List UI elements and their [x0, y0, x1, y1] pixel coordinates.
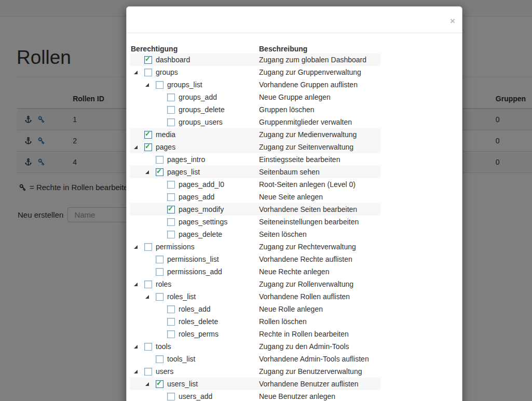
check-icon: ✓: [168, 205, 173, 212]
permission-description: Seiteneinstellungen bearbeiten: [259, 218, 380, 226]
tree-row-left: ✓pages_modify: [130, 205, 259, 213]
modal-header: ×: [127, 7, 462, 33]
tree-row: permissions_addNeue Rechte anlegen: [130, 265, 380, 278]
screen: Rollen Rollen ID Gruppen 102040 = Rechte…: [0, 0, 532, 401]
description-column-header: Beschreibung: [259, 45, 307, 54]
tree-row-left: permissions_list: [130, 255, 259, 263]
permission-description: Zugang zur Rechteverwaltung: [259, 243, 380, 251]
tree-row-left: users_add: [130, 392, 259, 400]
permission-label: pages_modify: [179, 205, 224, 213]
permission-label: pages_intro: [167, 155, 205, 164]
permission-checkbox[interactable]: ✓: [156, 168, 163, 176]
expand-collapse-icon[interactable]: [134, 345, 138, 349]
permission-checkbox[interactable]: [167, 330, 175, 338]
permission-checkbox[interactable]: [167, 305, 175, 313]
permission-label: pages_list: [167, 168, 200, 176]
permission-checkbox[interactable]: [156, 268, 163, 276]
permission-checkbox[interactable]: [167, 118, 175, 126]
tree-row: groups_deleteGruppen löschen: [130, 103, 380, 116]
permission-label: groups_add: [179, 93, 217, 101]
permission-checkbox[interactable]: ✓: [167, 206, 175, 213]
permission-checkbox[interactable]: [156, 293, 163, 301]
expand-collapse-icon[interactable]: [145, 382, 149, 386]
permission-label: roles_add: [179, 305, 211, 313]
permission-checkbox[interactable]: [156, 355, 163, 363]
tree-row-left: roles_list: [130, 292, 259, 301]
tree-row: roles_addNeue Rolle anlegen: [130, 303, 380, 315]
expander-slot: [131, 71, 144, 74]
permission-checkbox[interactable]: ✓: [144, 143, 152, 151]
permission-checkbox[interactable]: [167, 181, 175, 189]
permission-checkbox[interactable]: [144, 368, 152, 376]
permission-label: groups_users: [179, 118, 223, 126]
permission-description: Zugang zum globalen Dashboard: [259, 56, 380, 64]
permission-label: permissions_add: [167, 268, 222, 276]
tree-row: ✓mediaZugang zur Medienverwaltung: [130, 128, 380, 141]
tree-row-left: pages_add: [130, 193, 259, 201]
permission-checkbox[interactable]: [167, 231, 175, 238]
permission-label: users_list: [167, 380, 198, 388]
permission-checkbox[interactable]: [167, 106, 175, 114]
permission-checkbox[interactable]: [167, 93, 175, 101]
tree-row: pages_add_l0Root-Seiten anlegen (Level 0…: [130, 178, 380, 191]
tree-row-left: ✓dashboard: [130, 56, 259, 64]
tree-row: pages_introEinstiegsseite bearbeiten: [130, 153, 380, 166]
permission-description: Vorhandene Rollen auflisten: [259, 292, 380, 301]
permission-description: Vorhandene Benutzer auflisten: [259, 380, 380, 388]
permission-label: pages_delete: [179, 230, 222, 238]
permission-checkbox[interactable]: [167, 218, 175, 226]
permission-description: Zugang zur Benutzerverwaltung: [259, 367, 380, 376]
permission-checkbox[interactable]: [144, 69, 152, 76]
expand-collapse-icon[interactable]: [134, 283, 138, 286]
permission-checkbox[interactable]: ✓: [144, 56, 152, 64]
permission-checkbox[interactable]: [144, 343, 152, 351]
modal-body: Berechtigung Beschreibung ✓dashboardZuga…: [127, 33, 462, 401]
tree-row-left: roles_delete: [130, 317, 259, 326]
permission-tree: ✓dashboardZugang zum globalen Dashboardg…: [130, 54, 380, 401]
permission-checkbox[interactable]: [167, 393, 175, 400]
tree-row: ✓pages_listSeitenbaum sehen: [130, 166, 380, 178]
permission-checkbox[interactable]: [156, 156, 163, 164]
tree-row: pages_deleteSeiten löschen: [130, 228, 380, 240]
expander-slot: [142, 295, 156, 299]
tree-row: groups_addNeue Gruppe anlegen: [130, 91, 380, 103]
tree-row: permissions_listVorhandene Rechte auflis…: [130, 253, 380, 265]
permission-description: Gruppen löschen: [259, 105, 380, 114]
permission-label: roles_delete: [179, 317, 218, 326]
permission-label: tools: [156, 342, 171, 351]
permission-checkbox[interactable]: [167, 318, 175, 326]
permission-description: Neue Rolle anlegen: [259, 305, 380, 313]
tree-row-left: permissions_add: [130, 268, 259, 276]
expand-collapse-icon[interactable]: [134, 370, 138, 373]
permission-description: Zugang zu den Admin-Tools: [259, 342, 380, 351]
expand-collapse-icon[interactable]: [145, 295, 149, 299]
permission-checkbox[interactable]: [156, 81, 163, 89]
permission-description: Zugang zur Medienverwaltung: [259, 130, 380, 139]
permission-description: Seitenbaum sehen: [259, 168, 380, 176]
permission-checkbox[interactable]: [167, 193, 175, 201]
permission-checkbox[interactable]: [144, 280, 152, 288]
tree-row: toolsZugang zu den Admin-Tools: [130, 340, 380, 353]
permission-checkbox[interactable]: [156, 256, 163, 263]
expand-collapse-icon[interactable]: [134, 71, 138, 74]
permission-description: Einstiegsseite bearbeiten: [259, 155, 380, 164]
permission-description: Rollen löschen: [259, 317, 380, 326]
expander-slot: [142, 83, 156, 87]
tree-row: ✓dashboardZugang zum globalen Dashboard: [130, 54, 380, 66]
tree-row-left: ✓media: [130, 130, 259, 139]
tree-row: permissionsZugang zur Rechteverwaltung: [130, 240, 380, 253]
tree-row-left: tools: [130, 342, 259, 351]
permission-label: roles: [156, 280, 171, 288]
permission-checkbox[interactable]: ✓: [156, 380, 163, 388]
close-icon[interactable]: ×: [450, 17, 455, 25]
tree-row: rolesZugang zur Rollenverwaltung: [130, 278, 380, 290]
permission-label: pages_add: [179, 193, 214, 201]
expand-collapse-icon[interactable]: [145, 170, 149, 174]
expand-collapse-icon[interactable]: [134, 245, 138, 249]
permission-description: Vorhandene Rechte auflisten: [259, 255, 380, 263]
tree-row: ✓users_listVorhandene Benutzer auflisten: [130, 378, 380, 390]
permission-checkbox[interactable]: [144, 243, 152, 251]
expand-collapse-icon[interactable]: [145, 83, 149, 87]
expand-collapse-icon[interactable]: [134, 145, 138, 149]
permission-checkbox[interactable]: ✓: [144, 131, 152, 139]
